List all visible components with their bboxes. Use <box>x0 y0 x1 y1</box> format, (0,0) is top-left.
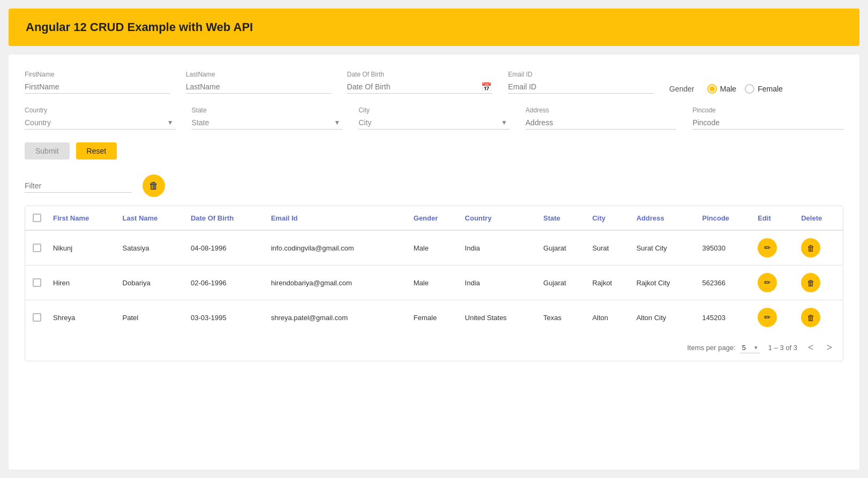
gender-female-label: Female <box>758 85 783 93</box>
row-checkbox-cell <box>25 230 49 265</box>
next-page-button[interactable]: > <box>824 341 834 354</box>
cell-state: Texas <box>539 300 588 335</box>
cell-country: United States <box>461 300 539 335</box>
table-header: First Name Last Name Date Of Birth Email… <box>25 206 843 230</box>
edit-button-0[interactable]: ✏ <box>758 238 777 257</box>
cell-city: Alton <box>588 300 632 335</box>
col-state: State <box>539 206 588 230</box>
pincode-input[interactable] <box>692 116 843 130</box>
col-dob: Date Of Birth <box>186 206 267 230</box>
firstname-input[interactable] <box>25 80 170 94</box>
country-select[interactable]: Country India United States <box>25 116 176 129</box>
table-body: Nikunj Satasiya 04-08-1996 info.codingvi… <box>25 230 843 335</box>
row-checkbox-cell <box>25 265 49 300</box>
cell-pincode: 562366 <box>698 265 754 300</box>
col-address: Address <box>632 206 698 230</box>
bulk-delete-button[interactable]: 🗑 <box>143 174 165 197</box>
cell-lastname: Dobariya <box>118 265 186 300</box>
gender-male-label: Male <box>720 85 736 93</box>
row-checkbox-cell <box>25 300 49 335</box>
dob-wrapper: 📅 <box>347 80 492 94</box>
per-page-select[interactable]: 5 10 25 <box>740 343 760 353</box>
app-title: Angular 12 CRUD Example with Web API <box>26 20 253 34</box>
col-city: City <box>588 206 632 230</box>
gender-label: Gender <box>669 85 694 93</box>
pagination-row: Items per page: 5 10 25 ▼ 1 – 3 of 3 < > <box>25 335 843 361</box>
cell-dob: 04-08-1996 <box>186 230 267 265</box>
state-select-wrapper: State Gujarat Texas ▼ <box>192 116 343 130</box>
lastname-field: LastName <box>186 71 331 94</box>
form-buttons: Submit Reset <box>25 142 843 160</box>
main-content: FirstName LastName Date Of Birth 📅 Email… <box>9 55 859 469</box>
delete-button-0[interactable]: 🗑 <box>801 238 820 257</box>
cell-address: Rajkot City <box>632 265 698 300</box>
cell-pincode: 145203 <box>698 300 754 335</box>
country-field: Country Country India United States ▼ <box>25 107 176 130</box>
col-email: Email Id <box>267 206 409 230</box>
submit-button[interactable]: Submit <box>25 142 70 160</box>
state-field: State State Gujarat Texas ▼ <box>192 107 343 130</box>
edit-button-1[interactable]: ✏ <box>758 273 777 292</box>
cell-country: India <box>461 265 539 300</box>
delete-fab-icon: 🗑 <box>149 180 159 192</box>
gender-female-radio[interactable] <box>745 84 754 94</box>
select-all-checkbox[interactable] <box>33 214 41 222</box>
email-field: Email ID <box>508 71 653 94</box>
country-label: Country <box>25 107 176 114</box>
table-row: Nikunj Satasiya 04-08-1996 info.codingvi… <box>25 230 843 265</box>
email-input[interactable] <box>508 80 653 94</box>
cell-dob: 02-06-1996 <box>186 265 267 300</box>
prev-page-button[interactable]: < <box>806 341 816 354</box>
cell-email: info.codingvila@gmail.com <box>267 230 409 265</box>
col-pincode: Pincode <box>698 206 754 230</box>
lastname-input[interactable] <box>186 80 331 94</box>
edit-button-2[interactable]: ✏ <box>758 308 777 327</box>
city-select-wrapper: City Surat Rajkot Alton ▼ <box>358 116 510 130</box>
dob-input[interactable] <box>347 80 482 93</box>
cell-city: Surat <box>588 230 632 265</box>
app-header: Angular 12 CRUD Example with Web API <box>9 9 859 46</box>
cell-delete: 🗑 <box>797 300 843 335</box>
items-per-page: Items per page: 5 10 25 ▼ <box>687 343 759 353</box>
state-label: State <box>192 107 343 114</box>
city-select[interactable]: City Surat Rajkot Alton <box>358 116 510 129</box>
col-firstname: First Name <box>49 206 118 230</box>
col-country: Country <box>461 206 539 230</box>
cell-lastname: Patel <box>118 300 186 335</box>
calendar-icon: 📅 <box>481 82 492 92</box>
row-checkbox-1[interactable] <box>33 278 41 287</box>
delete-button-2[interactable]: 🗑 <box>801 308 820 327</box>
form-row-2: Country Country India United States ▼ St… <box>25 107 843 130</box>
row-checkbox-0[interactable] <box>33 244 41 252</box>
header-checkbox-col <box>25 206 49 230</box>
country-select-wrapper: Country India United States ▼ <box>25 116 176 130</box>
cell-state: Gujarat <box>539 230 588 265</box>
cell-delete: 🗑 <box>797 230 843 265</box>
filter-input[interactable] <box>25 179 132 193</box>
cell-edit: ✏ <box>753 265 797 300</box>
firstname-field: FirstName <box>25 71 170 94</box>
city-label: City <box>358 107 510 114</box>
gender-field: Gender Male Female <box>669 84 843 94</box>
row-checkbox-2[interactable] <box>33 313 41 322</box>
cell-firstname: Nikunj <box>49 230 118 265</box>
gender-male-radio[interactable] <box>707 84 717 94</box>
cell-edit: ✏ <box>753 230 797 265</box>
delete-button-1[interactable]: 🗑 <box>801 273 820 292</box>
col-delete: Delete <box>797 206 843 230</box>
dob-field: Date Of Birth 📅 <box>347 71 492 94</box>
cell-email: hirendobariya@gmail.com <box>267 265 409 300</box>
col-lastname: Last Name <box>118 206 186 230</box>
table-header-row: First Name Last Name Date Of Birth Email… <box>25 206 843 230</box>
table-row: Shreya Patel 03-03-1995 shreya.patel@gma… <box>25 300 843 335</box>
cell-address: Alton City <box>632 300 698 335</box>
city-field: City City Surat Rajkot Alton ▼ <box>358 107 510 130</box>
cell-gender: Male <box>409 230 461 265</box>
state-select[interactable]: State Gujarat Texas <box>192 116 343 129</box>
gender-female-option[interactable]: Female <box>745 84 783 94</box>
data-table-container: First Name Last Name Date Of Birth Email… <box>25 206 843 361</box>
address-input[interactable] <box>526 116 677 130</box>
reset-button[interactable]: Reset <box>76 142 117 160</box>
cell-gender: Male <box>409 265 461 300</box>
gender-male-option[interactable]: Male <box>707 84 736 94</box>
